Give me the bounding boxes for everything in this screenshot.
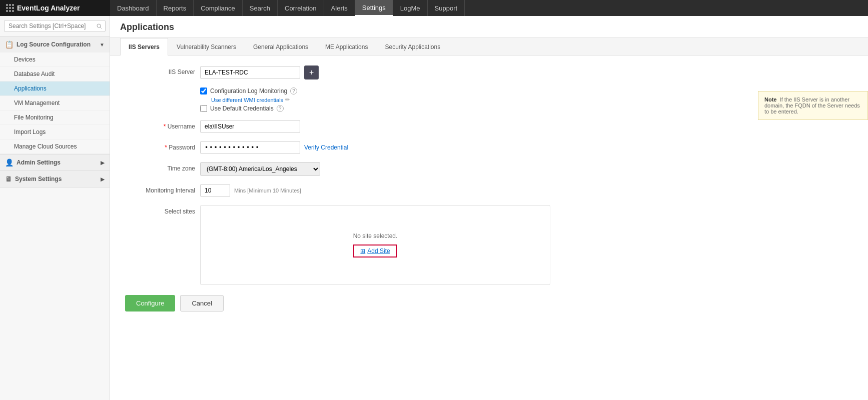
iis-server-row: IIS Server + xyxy=(125,66,853,80)
timezone-control: (GMT-8:00) America/Los_Angeles xyxy=(200,162,853,176)
add-site-icon: ⊞ xyxy=(360,248,365,254)
nav-search[interactable]: Search xyxy=(243,0,278,16)
page-header: Applications xyxy=(110,16,868,38)
add-site-label: Add Site xyxy=(367,248,390,254)
sidebar-item-database-audit[interactable]: Database Audit xyxy=(0,67,110,82)
sidebar-search-container xyxy=(0,16,110,36)
top-navigation: EventLog Analyzer Dashboard Reports Comp… xyxy=(0,0,868,16)
page-title: Applications xyxy=(120,22,174,32)
sidebar-section-log-source: 📋 Log Source Configuration ▼ Devices Dat… xyxy=(0,36,110,154)
username-control xyxy=(200,120,853,133)
select-sites-row: Select sites No site selected. ⊞ Add Sit… xyxy=(125,205,853,285)
note-title: Note xyxy=(764,96,776,102)
content: Applications IIS Servers Vulnerability S… xyxy=(110,16,868,400)
sidebar-section-system: 🖥 System Settings ▶ xyxy=(0,171,110,188)
nav-support[interactable]: Support xyxy=(428,0,465,16)
timezone-row: Time zone (GMT-8:00) America/Los_Angeles xyxy=(125,162,853,176)
password-input[interactable] xyxy=(200,141,300,154)
note-box: Note If the IIS Server is in another dom… xyxy=(758,91,868,120)
tab-me-applications[interactable]: ME Applications xyxy=(317,38,376,56)
nav-items: Dashboard Reports Compliance Search Corr… xyxy=(110,0,465,16)
iis-server-add-button[interactable]: + xyxy=(304,66,319,80)
tab-iis-servers[interactable]: IIS Servers xyxy=(120,38,168,56)
add-site-button[interactable]: ⊞ Add Site xyxy=(353,244,397,258)
monitoring-hint: Mins [Minimum 10 Minutes] xyxy=(234,188,301,194)
system-arrow: ▶ xyxy=(101,176,105,182)
monitoring-control: Mins [Minimum 10 Minutes] xyxy=(200,184,853,197)
sidebar: 📋 Log Source Configuration ▼ Devices Dat… xyxy=(0,16,110,400)
form-area: IIS Server + Configuration Log Monitorin… xyxy=(110,56,868,400)
sidebar-section-system-header[interactable]: 🖥 System Settings ▶ xyxy=(0,171,110,187)
app-name: EventLog Analyzer xyxy=(17,4,80,12)
admin-icon: 👤 xyxy=(5,158,14,166)
sidebar-section-log-source-label: Log Source Configuration xyxy=(17,41,91,48)
sidebar-section-admin-header[interactable]: 👤 Admin Settings ▶ xyxy=(0,154,110,170)
password-control: Verify Credential xyxy=(200,141,853,154)
sidebar-section-admin-label: Admin Settings xyxy=(17,159,61,166)
no-site-text: No site selected. xyxy=(353,232,398,240)
verify-credential-link[interactable]: Verify Credential xyxy=(304,144,348,151)
tab-vulnerability-scanners[interactable]: Vulnerability Scanners xyxy=(168,38,245,56)
timezone-label: Time zone xyxy=(125,162,195,172)
nav-compliance[interactable]: Compliance xyxy=(194,0,243,16)
use-default-creds-label: Use Default Credentials xyxy=(210,105,274,112)
system-icon: 🖥 xyxy=(5,175,12,183)
tabs-bar: IIS Servers Vulnerability Scanners Gener… xyxy=(110,38,868,56)
config-log-spacer xyxy=(125,88,195,90)
sites-box: No site selected. ⊞ Add Site xyxy=(200,205,550,285)
note-text: If the IIS Server is in another domain, … xyxy=(764,96,860,114)
config-log-row: Configuration Log Monitoring ? Use diffe… xyxy=(125,88,853,112)
sidebar-item-vm-management[interactable]: VM Management xyxy=(0,96,110,110)
pencil-icon[interactable]: ✏ xyxy=(285,96,290,103)
username-row: Username xyxy=(125,120,853,133)
monitoring-row: Monitoring Interval Mins [Minimum 10 Min… xyxy=(125,184,853,197)
sidebar-item-import-logs[interactable]: Import Logs xyxy=(0,125,110,140)
logo-dots xyxy=(6,4,13,12)
config-log-checkbox-item: Configuration Log Monitoring ? xyxy=(200,88,297,94)
iis-server-label: IIS Server xyxy=(125,66,195,76)
use-default-creds-item: Use Default Credentials ? xyxy=(200,105,297,112)
sidebar-section-system-label: System Settings xyxy=(15,176,62,182)
logo: EventLog Analyzer xyxy=(0,0,110,16)
sidebar-section-log-source-header[interactable]: 📋 Log Source Configuration ▼ xyxy=(0,36,110,52)
action-buttons: Configure Cancel xyxy=(125,295,853,322)
wmi-link[interactable]: Use different WMI credentials xyxy=(211,97,283,103)
username-input[interactable] xyxy=(200,120,300,133)
checkbox-group: Configuration Log Monitoring ? Use diffe… xyxy=(200,88,297,112)
username-label: Username xyxy=(125,120,195,130)
sidebar-item-file-monitoring[interactable]: File Monitoring xyxy=(0,110,110,125)
wmi-link-row: Use different WMI credentials ✏ xyxy=(211,96,297,103)
config-log-checkbox[interactable] xyxy=(200,88,207,94)
timezone-select[interactable]: (GMT-8:00) America/Los_Angeles xyxy=(200,162,320,176)
sidebar-item-devices[interactable]: Devices xyxy=(0,52,110,67)
content-wrapper: Applications IIS Servers Vulnerability S… xyxy=(110,16,868,400)
nav-correlation[interactable]: Correlation xyxy=(278,0,324,16)
main-layout: 📋 Log Source Configuration ▼ Devices Dat… xyxy=(0,16,868,400)
sidebar-search-input[interactable] xyxy=(4,20,106,32)
iis-server-control: + xyxy=(200,66,853,80)
select-sites-label: Select sites xyxy=(125,205,195,215)
monitoring-input[interactable] xyxy=(200,184,230,197)
tab-general-applications[interactable]: General Applications xyxy=(245,38,317,56)
tab-security-applications[interactable]: Security Applications xyxy=(376,38,449,56)
password-label: Password xyxy=(125,141,195,151)
use-default-creds-checkbox[interactable] xyxy=(200,105,207,112)
password-row: Password Verify Credential xyxy=(125,141,853,154)
cancel-button[interactable]: Cancel xyxy=(180,295,223,312)
admin-arrow: ▶ xyxy=(101,160,105,166)
nav-reports[interactable]: Reports xyxy=(157,0,194,16)
monitoring-label: Monitoring Interval xyxy=(125,184,195,194)
nav-alerts[interactable]: Alerts xyxy=(324,0,355,16)
log-source-icon: 📋 xyxy=(5,40,14,48)
nav-logme[interactable]: LogMe xyxy=(393,0,428,16)
sidebar-item-manage-cloud-sources[interactable]: Manage Cloud Sources xyxy=(0,140,110,154)
nav-dashboard[interactable]: Dashboard xyxy=(110,0,157,16)
sidebar-section-admin: 👤 Admin Settings ▶ xyxy=(0,154,110,171)
nav-settings[interactable]: Settings xyxy=(355,0,393,16)
default-creds-help-icon[interactable]: ? xyxy=(277,105,284,112)
iis-server-input[interactable] xyxy=(200,66,300,79)
log-source-arrow: ▼ xyxy=(100,42,105,48)
config-log-help-icon[interactable]: ? xyxy=(290,88,297,94)
sidebar-item-applications[interactable]: Applications xyxy=(0,82,110,96)
configure-button[interactable]: Configure xyxy=(125,295,175,312)
